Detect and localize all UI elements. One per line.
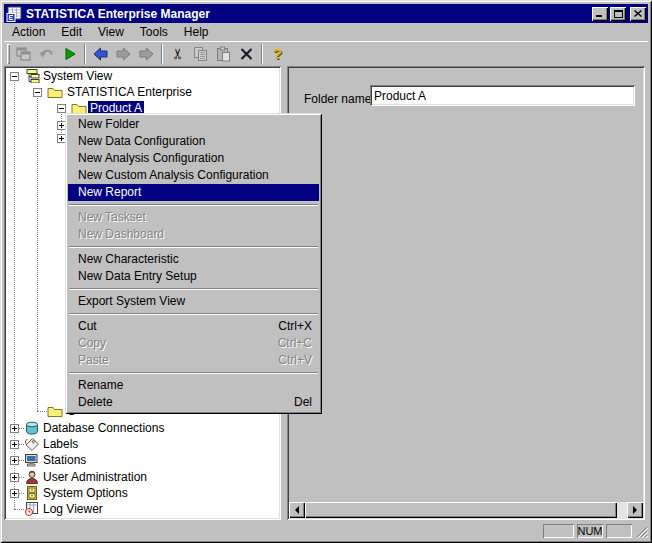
menu-item-cut[interactable]: CutCtrl+X xyxy=(68,318,319,335)
menu-item-new-data-configuration[interactable]: New Data Configuration xyxy=(68,133,319,150)
menubar: Action Edit View Tools Help xyxy=(4,23,648,41)
menu-item-new-taskset: New Taskset xyxy=(68,209,319,226)
forward-end-arrow-icon xyxy=(138,46,155,62)
toolbar-grip[interactable] xyxy=(7,44,10,64)
menu-separator xyxy=(69,246,318,248)
status-panel-num: NUM xyxy=(577,524,603,538)
cascade-windows-button[interactable] xyxy=(12,43,35,65)
expand-expander[interactable] xyxy=(10,489,19,498)
menu-action[interactable]: Action xyxy=(4,24,53,40)
menu-view[interactable]: View xyxy=(90,24,132,40)
toolbar: ✂ ? xyxy=(4,41,648,65)
cut-button[interactable]: ✂ xyxy=(166,43,189,65)
menu-edit[interactable]: Edit xyxy=(53,24,90,40)
folder-icon xyxy=(47,404,63,418)
folder-name-input[interactable] xyxy=(370,85,635,106)
system-view-icon xyxy=(24,69,40,83)
menu-item-new-dashboard: New Dashboard xyxy=(68,226,319,243)
tree-item-stations[interactable]: Stations xyxy=(4,452,278,468)
forward-button[interactable] xyxy=(112,43,135,65)
label-tag-icon xyxy=(24,437,40,451)
statusbar: NUM xyxy=(4,521,648,539)
menu-item-new-custom-analysis-configuration[interactable]: New Custom Analysis Configuration xyxy=(68,167,319,184)
database-icon xyxy=(24,421,40,435)
menu-item-new-data-entry-setup[interactable]: New Data Entry Setup xyxy=(68,268,319,285)
maximize-icon xyxy=(614,10,623,18)
titlebar[interactable]: STATISTICA Enterprise Manager xyxy=(4,4,648,23)
paste-icon xyxy=(215,46,232,62)
close-button[interactable] xyxy=(630,7,646,21)
collapse-expander[interactable] xyxy=(57,104,66,113)
menu-item-delete[interactable]: DeleteDel xyxy=(68,394,319,411)
tree-item-user-administration[interactable]: User Administration xyxy=(4,469,278,485)
maximize-button[interactable] xyxy=(610,7,626,21)
back-button[interactable] xyxy=(89,43,112,65)
scrollbar-thumb[interactable] xyxy=(305,502,617,518)
toolbar-separator xyxy=(161,44,163,64)
menu-item-new-characteristic[interactable]: New Characteristic xyxy=(68,251,319,268)
folder-name-label: Folder name: xyxy=(304,92,375,106)
menu-shortcut: Del xyxy=(294,394,312,411)
help-question-icon: ? xyxy=(273,45,282,62)
menu-shortcut: Ctrl+V xyxy=(278,352,312,369)
menu-shortcut: Ctrl+X xyxy=(278,318,312,335)
context-menu: New Folder New Data Configuration New An… xyxy=(65,113,322,414)
folder-properties-panel: Folder name: xyxy=(287,66,645,520)
paste-button[interactable] xyxy=(212,43,235,65)
menu-item-new-folder[interactable]: New Folder xyxy=(68,116,319,133)
user-icon xyxy=(24,470,40,484)
app-window: STATISTICA Enterprise Manager Action Edi… xyxy=(0,0,652,543)
window-title: STATISTICA Enterprise Manager xyxy=(26,7,590,21)
toolbar-separator xyxy=(261,44,263,64)
help-button[interactable]: ? xyxy=(266,43,289,65)
tree-item-database-connections[interactable]: Database Connections xyxy=(4,420,278,436)
status-panel-1 xyxy=(543,524,574,538)
delete-button[interactable] xyxy=(235,43,258,65)
expand-expander[interactable] xyxy=(10,440,19,449)
tree-item-log-viewer[interactable]: Log Viewer xyxy=(4,501,278,517)
forward-end-button[interactable] xyxy=(135,43,158,65)
tree-item-statistica-enterprise[interactable]: STATISTICA Enterprise xyxy=(4,84,278,100)
menu-item-paste: PasteCtrl+V xyxy=(68,352,319,369)
tree-guide-line xyxy=(37,92,38,411)
resize-grip-icon[interactable] xyxy=(635,525,648,538)
horizontal-scrollbar[interactable] xyxy=(289,502,643,518)
tree-item-system-options[interactable]: System Options xyxy=(4,485,278,501)
tree-item-system-view[interactable]: System View xyxy=(4,68,278,84)
expand-expander[interactable] xyxy=(10,456,19,465)
cut-scissors-icon: ✂ xyxy=(170,47,185,60)
menu-shortcut: Ctrl+C xyxy=(278,335,312,352)
copy-icon xyxy=(192,46,209,62)
collapse-expander[interactable] xyxy=(10,72,19,81)
menu-item-new-analysis-configuration[interactable]: New Analysis Configuration xyxy=(68,150,319,167)
run-button[interactable] xyxy=(58,43,81,65)
menu-item-new-report[interactable]: New Report xyxy=(68,184,319,201)
tree-item-labels[interactable]: Labels xyxy=(4,436,278,452)
menu-item-copy: CopyCtrl+C xyxy=(68,335,319,352)
menu-help[interactable]: Help xyxy=(176,24,217,40)
expand-expander[interactable] xyxy=(10,473,19,482)
menu-item-rename[interactable]: Rename xyxy=(68,377,319,394)
copy-button[interactable] xyxy=(189,43,212,65)
app-icon xyxy=(6,6,22,22)
menu-separator xyxy=(69,372,318,374)
minimize-button[interactable] xyxy=(592,7,608,21)
scroll-right-button[interactable] xyxy=(627,502,643,518)
menu-tools[interactable]: Tools xyxy=(132,24,176,40)
cascade-windows-icon xyxy=(15,46,32,62)
menu-separator xyxy=(69,204,318,206)
run-icon xyxy=(61,46,78,62)
computer-icon xyxy=(24,453,40,467)
folder-icon xyxy=(47,85,63,99)
collapse-expander[interactable] xyxy=(33,88,42,97)
undo-button[interactable] xyxy=(35,43,58,65)
cabinet-icon xyxy=(24,486,40,500)
minimize-icon xyxy=(596,10,604,17)
close-icon xyxy=(634,10,642,17)
toolbar-separator xyxy=(84,44,86,64)
menu-item-export-system-view[interactable]: Export System View xyxy=(68,293,319,310)
left-arrow-icon xyxy=(295,506,299,514)
status-panel-2 xyxy=(606,524,632,538)
scroll-left-button[interactable] xyxy=(289,502,305,518)
expand-expander[interactable] xyxy=(10,424,19,433)
